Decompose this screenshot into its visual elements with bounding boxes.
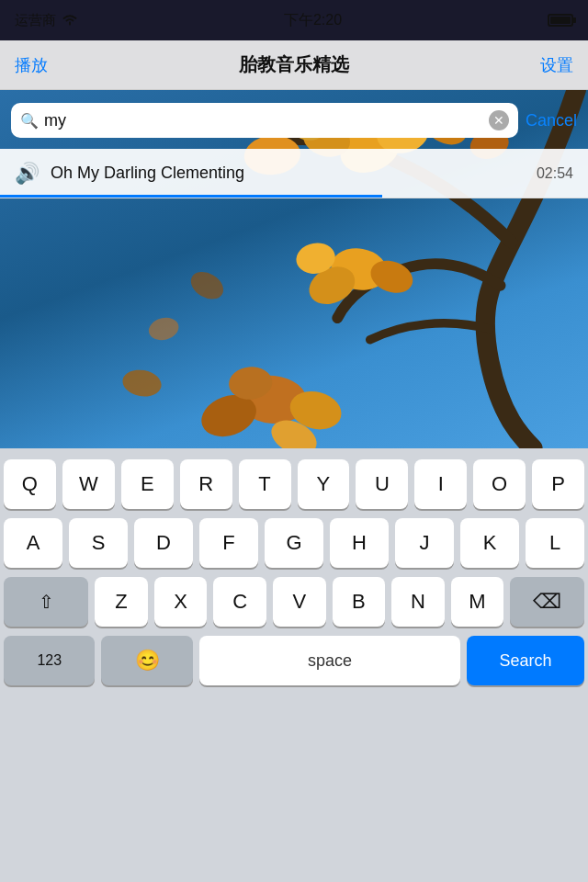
key-g[interactable]: G: [265, 518, 323, 568]
shift-icon: ⇧: [39, 591, 54, 613]
key-w[interactable]: W: [62, 459, 115, 509]
battery-fill: [550, 17, 571, 24]
key-l[interactable]: L: [526, 518, 584, 568]
svg-point-18: [120, 367, 164, 399]
shift-key[interactable]: ⇧: [4, 577, 88, 627]
carrier-label: 运营商: [15, 12, 56, 29]
search-label: Search: [500, 651, 552, 671]
key-u[interactable]: U: [356, 459, 408, 509]
delete-icon: ⌫: [533, 590, 561, 614]
key-e[interactable]: E: [121, 459, 174, 509]
key-d[interactable]: D: [134, 518, 193, 568]
keyboard-row-1: Q W E R T Y U I O P: [4, 459, 584, 509]
keyboard-row-3: ⇧ Z X C V B N M ⌫: [4, 577, 584, 627]
clear-button[interactable]: ✕: [489, 110, 509, 130]
key-o[interactable]: O: [473, 459, 526, 509]
keyboard-row-4: 123 😊 space Search: [4, 636, 584, 685]
svg-point-16: [187, 266, 229, 304]
key-i[interactable]: I: [414, 459, 467, 509]
status-left: 运营商: [15, 12, 78, 29]
space-key[interactable]: space: [199, 636, 460, 685]
battery-icon: [548, 14, 573, 27]
key-h[interactable]: H: [330, 518, 389, 568]
key-v[interactable]: V: [273, 577, 326, 627]
search-key[interactable]: Search: [467, 636, 584, 685]
svg-point-17: [146, 314, 181, 343]
key-m[interactable]: M: [451, 577, 504, 627]
key-j[interactable]: J: [395, 518, 454, 568]
song-result-row[interactable]: 🔊 Oh My Darling Clementing 02:54: [0, 149, 588, 198]
delete-key[interactable]: ⌫: [510, 577, 584, 627]
key-n[interactable]: N: [391, 577, 445, 627]
key-y[interactable]: Y: [298, 459, 350, 509]
key-s[interactable]: S: [69, 518, 128, 568]
search-icon: 🔍: [20, 112, 39, 130]
key-p[interactable]: P: [532, 459, 584, 509]
emoji-icon: 😊: [135, 649, 160, 673]
status-time: 下午2:20: [284, 11, 342, 30]
content-area: 🔍 ✕ Cancel 🔊 Oh My Darling Clementing 02…: [0, 90, 588, 448]
key-x[interactable]: X: [154, 577, 208, 627]
key-k[interactable]: K: [460, 518, 519, 568]
play-button[interactable]: 播放: [15, 54, 48, 76]
emoji-key[interactable]: 😊: [101, 636, 192, 685]
nav-bar: 播放 胎教音乐精选 设置: [0, 40, 588, 90]
status-right: [548, 14, 573, 27]
search-bar: 🔍 ✕ Cancel: [11, 101, 577, 140]
search-input-wrapper[interactable]: 🔍 ✕: [11, 103, 518, 138]
space-label: space: [308, 651, 352, 671]
numeric-label: 123: [37, 652, 62, 669]
keyboard: Q W E R T Y U I O P A S D F G H J K L ⇧ …: [0, 448, 588, 882]
status-bar: 运营商 下午2:20: [0, 0, 588, 40]
keyboard-row-2: A S D F G H J K L: [4, 518, 584, 568]
cancel-button[interactable]: Cancel: [526, 111, 577, 130]
speaker-icon: 🔊: [15, 162, 40, 186]
key-q[interactable]: Q: [4, 459, 56, 509]
song-progress-bar: [0, 195, 382, 198]
background-decoration: [0, 90, 588, 448]
key-b[interactable]: B: [333, 577, 386, 627]
wifi-icon: [62, 13, 78, 28]
key-f[interactable]: F: [199, 518, 258, 568]
song-duration: 02:54: [537, 165, 573, 182]
key-r[interactable]: R: [180, 459, 232, 509]
settings-button[interactable]: 设置: [540, 54, 573, 76]
key-t[interactable]: T: [239, 459, 291, 509]
key-z[interactable]: Z: [95, 577, 148, 627]
song-title: Oh My Darling Clementing: [51, 164, 526, 183]
key-c[interactable]: C: [213, 577, 266, 627]
numeric-key[interactable]: 123: [4, 636, 95, 685]
search-input[interactable]: [44, 111, 483, 130]
page-title: 胎教音乐精选: [239, 52, 349, 77]
key-a[interactable]: A: [4, 518, 62, 568]
